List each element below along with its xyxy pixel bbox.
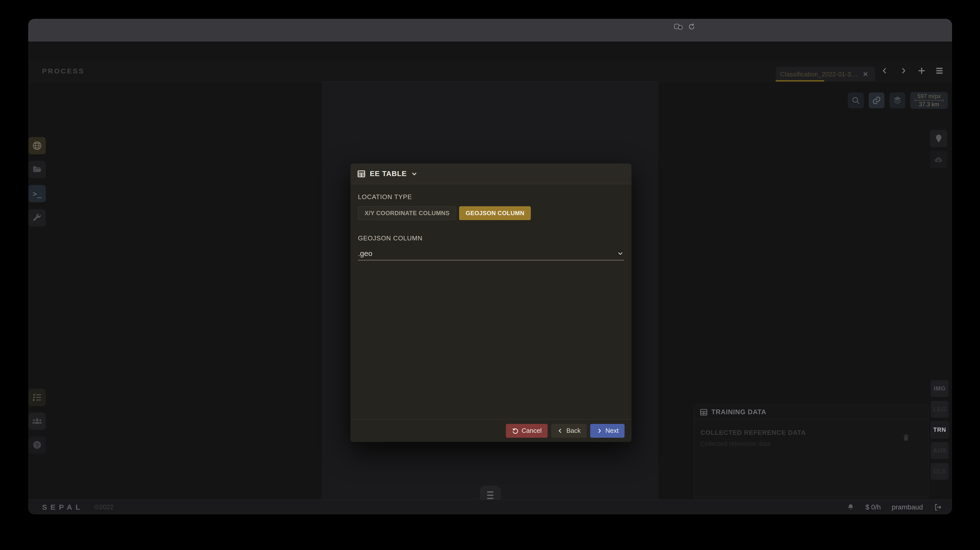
help-nav-button[interactable]: ? <box>29 436 46 453</box>
search-map-button[interactable] <box>848 92 864 108</box>
screen: sepal.io <box>0 0 980 550</box>
recipe-tab-title: Classification_2022-01-31_12-4 <box>780 70 859 78</box>
hamburger-icon <box>487 491 493 493</box>
trash-icon[interactable] <box>902 433 910 442</box>
chevron-left-icon <box>557 428 563 434</box>
users-icon <box>32 416 43 427</box>
link-icon <box>872 96 881 105</box>
cancel-button[interactable]: Cancel <box>506 424 547 438</box>
tab-menu-icon[interactable] <box>932 64 947 78</box>
link-map-button[interactable] <box>869 92 885 108</box>
wrench-icon <box>32 213 42 223</box>
terminal-nav-button[interactable]: >_ <box>29 185 46 202</box>
option-xy-coordinate-columns[interactable]: X/Y COORDINATE COLUMNS <box>358 206 456 220</box>
side-tab-cls-label: CLS <box>934 468 946 475</box>
side-tab-aux[interactable]: AUX <box>931 442 948 459</box>
svg-text:?: ? <box>36 442 39 448</box>
map-scale: 597 m/px 37.3 km <box>910 92 948 109</box>
cancel-label: Cancel <box>522 427 542 434</box>
sepal-app: PROCESS Classification_2022-01-31_12-4 ✕ <box>28 41 952 514</box>
side-tab-img-label: IMG <box>934 385 946 392</box>
ee-table-dialog: EE TABLE LOCATION TYPE X/Y COORDINATE CO… <box>350 164 632 442</box>
training-item-subtitle: Collected reference data <box>700 440 922 448</box>
browser-window: sepal.io <box>28 19 952 514</box>
training-list-item[interactable]: COLLECTED REFERENCE DATA Collected refer… <box>700 429 922 448</box>
dialog-footer: Cancel Back Next <box>350 419 632 442</box>
usage-rate[interactable]: $ 0/h <box>865 503 881 511</box>
question-icon: ? <box>32 440 42 450</box>
reload-icon[interactable] <box>687 23 695 31</box>
cloud-download-button[interactable] <box>930 151 947 168</box>
tab-close-icon[interactable]: ✕ <box>863 70 868 78</box>
search-icon <box>851 96 861 105</box>
table-icon <box>700 408 708 416</box>
reader-privacy-icon[interactable] <box>674 23 684 31</box>
hamburger-icon-bar <box>487 498 493 499</box>
files-nav-button[interactable] <box>29 161 46 178</box>
username[interactable]: prambaud <box>892 503 923 511</box>
checklist-icon <box>32 392 42 402</box>
tab-scroll-left-icon[interactable] <box>878 64 892 78</box>
recipe-tab[interactable]: Classification_2022-01-31_12-4 ✕ <box>776 67 875 82</box>
chevron-down-icon[interactable] <box>410 170 418 178</box>
map-distance: 37.3 km <box>919 101 939 108</box>
add-tab-icon[interactable] <box>915 64 929 78</box>
table-icon <box>357 169 366 178</box>
cloud-download-icon <box>934 154 944 165</box>
back-label: Back <box>566 427 581 434</box>
terminal-icon: >_ <box>33 189 41 198</box>
location-pin-icon <box>934 134 943 143</box>
hamburger-icon-bar <box>487 494 493 496</box>
chevron-down-icon <box>617 250 624 257</box>
geojson-column-select[interactable]: .geo <box>358 247 624 261</box>
location-type-label: LOCATION TYPE <box>358 193 624 201</box>
location-type-options: X/Y COORDINATE COLUMNS GEOJSON COLUMN <box>358 206 624 220</box>
undo-icon <box>512 428 519 434</box>
dialog-title: EE TABLE <box>370 170 407 178</box>
apps-nav-button[interactable] <box>29 209 46 227</box>
layers-map-button[interactable] <box>889 92 905 108</box>
side-tab-trn-label: TRN <box>933 426 946 433</box>
training-item-title: COLLECTED REFERENCE DATA <box>700 429 922 437</box>
dialog-header[interactable]: EE TABLE <box>350 164 632 184</box>
section-title: PROCESS <box>42 67 84 75</box>
marker-tool-button[interactable] <box>930 130 947 147</box>
next-button[interactable]: Next <box>590 424 625 438</box>
logout-icon[interactable] <box>934 503 942 512</box>
folder-icon <box>32 164 42 175</box>
training-panel-title: TRAINING DATA <box>711 408 766 416</box>
sepal-brand: SEPAL <box>42 503 84 512</box>
notifications-bell-icon[interactable] <box>847 503 854 511</box>
next-label: Next <box>606 427 619 434</box>
tab-scroll-right-icon[interactable] <box>896 64 910 78</box>
copyright: ©2022 <box>94 503 113 511</box>
geojson-column-label: GEOJSON COLUMN <box>358 234 624 242</box>
side-tab-trn[interactable]: TRN <box>931 421 948 438</box>
app-top-bar: PROCESS Classification_2022-01-31_12-4 ✕ <box>28 60 952 82</box>
app-footer: SEPAL ©2022 $ 0/h prambaud <box>28 499 952 514</box>
chevron-right-icon <box>596 428 603 434</box>
side-tab-img[interactable]: IMG <box>931 380 948 397</box>
geojson-column-value: .geo <box>358 249 372 258</box>
side-tab-aux-label: AUX <box>933 447 947 454</box>
training-data-panel: TRAINING DATA COLLECTED REFERENCE DATA C… <box>694 405 928 514</box>
layers-icon <box>892 95 902 105</box>
tasks-nav-button[interactable] <box>29 389 46 406</box>
browser-titlebar: sepal.io <box>28 19 952 41</box>
tab-active-underline <box>776 80 824 82</box>
side-tab-leg[interactable]: LEG <box>931 401 948 418</box>
side-tab-leg-label: LEG <box>933 406 946 413</box>
map-resolution: 597 m/px <box>918 93 941 100</box>
side-tab-cls[interactable]: CLS <box>931 463 948 480</box>
scale-bracket <box>915 100 943 101</box>
training-panel-header: TRAINING DATA <box>694 405 928 420</box>
users-nav-button[interactable] <box>29 412 46 430</box>
option-geojson-column[interactable]: GEOJSON COLUMN <box>459 206 531 220</box>
dialog-body: LOCATION TYPE X/Y COORDINATE COLUMNS GEO… <box>350 184 632 419</box>
globe-icon <box>32 140 42 151</box>
globe-nav-button[interactable] <box>29 137 46 154</box>
urlbar-trailing-icons <box>674 19 695 35</box>
back-button[interactable]: Back <box>551 424 587 438</box>
